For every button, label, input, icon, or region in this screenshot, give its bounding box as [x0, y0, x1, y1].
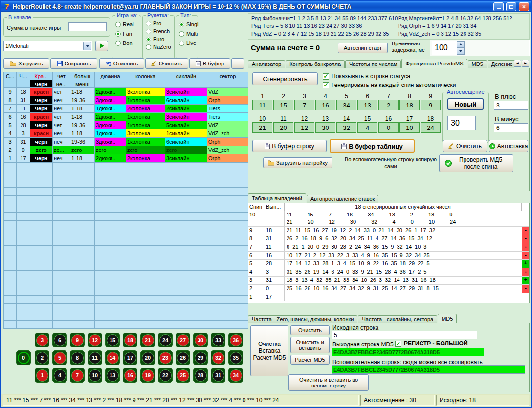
history-row[interactable]: 616краснчет1-182дюжи..1колонка3сиклайнTi… [4, 113, 248, 121]
clear-generated-button[interactable]: Очистить [443, 140, 487, 152]
board-cell-2[interactable]: 2 [35, 350, 49, 365]
board-cell-3[interactable]: 3 [35, 333, 49, 347]
load-settings-button[interactable]: Загрузить настройку [263, 157, 332, 168]
save-button[interactable]: Сохранить [50, 58, 97, 69]
board-cell-7[interactable]: 7 [70, 368, 85, 383]
board-cell-12[interactable]: 12 [88, 333, 102, 347]
game-radio-bon[interactable]: Bon [115, 40, 134, 46]
board-cell-34[interactable]: 34 [228, 368, 243, 383]
main-tab-3[interactable]: Функционал PsevdoMS [401, 59, 467, 68]
history-row[interactable]: 331черннеч19-363дюжи..1колонка6сиклайнOr… [4, 138, 248, 146]
board-cell-22[interactable]: 22 [158, 368, 173, 383]
board-cell-16[interactable]: 16 [123, 368, 137, 383]
board-cell-21[interactable]: 21 [140, 333, 155, 347]
md5-calc-button[interactable]: Расчет MD5 [290, 355, 330, 365]
buffer-row-button[interactable]: В буфер строку [252, 140, 327, 152]
type-radio-live[interactable]: Live [179, 40, 198, 46]
board-cell-32[interactable]: 32 [211, 350, 225, 365]
spins-row[interactable]: 91821 11 15 16 27 19 12 2 14 33 0 21 14 … [248, 227, 529, 235]
board-cell-17[interactable]: 17 [123, 350, 137, 365]
collapse-button[interactable]: — [231, 58, 244, 69]
board-cell-9[interactable]: 9 [70, 333, 85, 347]
combo-dropdown-button[interactable] [83, 42, 91, 50]
preset-combobox[interactable]: 1Melonati [3, 41, 92, 51]
main-tab-1[interactable]: Контроль банкролла [286, 60, 345, 68]
type-radio-multi[interactable]: Multi [179, 31, 198, 37]
board-cell-5[interactable]: 5 [52, 350, 67, 365]
main-tab-4[interactable]: MD5 [468, 60, 487, 68]
freq-tab-2[interactable]: MD5 [438, 314, 457, 323]
spins-table[interactable]: Спин Вып... 18 сгенерированных случайных… [248, 203, 530, 303]
history-row[interactable]: 528чернчет19-363дюжи..1колонка5сиклайнVd… [4, 121, 248, 129]
spins-row[interactable]: 33118 3 13 4 32 35 21 33 34 10 26 3 32 1… [248, 277, 529, 285]
board-cell-20[interactable]: 20 [140, 350, 155, 365]
md5-clear-paste-helper-button[interactable]: Очистить и вставить во вспом. строку [288, 374, 369, 391]
spins-row[interactable]: 7116 21 1 20 0 29 30 28 2 24 34 36 15 9 … [248, 243, 529, 252]
history-row[interactable]: 117черннеч1-182дюжи..2колонка3сиклайнOrp… [4, 154, 248, 163]
board-cell-35[interactable]: 35 [228, 350, 243, 365]
md5-output-field[interactable]: E4DA3B7FBBCE2345D7772B0674A318D5 [332, 348, 484, 356]
spins-row[interactable]: 83126 2 16 18 9 6 32 20 34 25 11 4 27 14… [248, 235, 529, 243]
spins-tab-0[interactable]: Таблица выпадений [248, 193, 306, 203]
spins-row[interactable]: 61610 17 21 2 12 33 22 3 33 4 9 16 35 15… [248, 252, 529, 260]
history-row[interactable]: 918краснчет1-182дюжи..3колонка3сиклайнVd… [4, 88, 248, 96]
tab-scroll-right-button[interactable]: ► [522, 60, 529, 67]
board-cell-4[interactable]: 4 [52, 368, 67, 383]
checkbox-auto-generate[interactable]: ✓ Генерировать на каждый спин автоматиче… [323, 82, 456, 88]
board-cell-11[interactable]: 11 [88, 350, 102, 365]
new-button[interactable]: Новый [447, 98, 484, 110]
board-cell-27[interactable]: 27 [176, 333, 190, 347]
board-cell-19[interactable]: 19 [140, 368, 155, 383]
md5-clear-paste-button[interactable]: Очистить и вставить [290, 337, 330, 353]
board-cell-28[interactable]: 28 [193, 368, 208, 383]
freq-tab-1[interactable]: Частота - сиклайны, сектора [358, 315, 437, 323]
md5-helper-field[interactable]: E4DA3B7FBBCE2345D7772B0674A318D5 [332, 365, 525, 374]
history-row[interactable]: 20zeroze...zerozerozerozeroVdZ_zch [4, 146, 248, 154]
buffer-table-button[interactable]: В буфер таблицу [330, 139, 415, 153]
history-row[interactable]: 711черннеч1-181дюжи..2колонка2сиклайнTie… [4, 105, 248, 113]
type-radio-singl[interactable]: Singl [179, 21, 198, 27]
close-button[interactable]: × [519, 2, 529, 11]
spins-row[interactable]: 4331 35 26 19 14 6 24 0 33 9 21 15 28 4 … [248, 268, 529, 277]
board-cell-30[interactable]: 30 [193, 333, 208, 347]
game-radio-real[interactable]: Real [115, 21, 134, 27]
spinner-up-button[interactable] [457, 41, 465, 48]
source-string-input[interactable]: 5 [332, 331, 477, 339]
spins-row[interactable]: 117 [248, 293, 529, 301]
board-cell-31[interactable]: 31 [211, 368, 225, 383]
autoshift-value[interactable]: 30 [447, 116, 476, 130]
main-tab-2[interactable]: Частоты по числам [345, 60, 401, 68]
board-cell-15[interactable]: 15 [105, 333, 120, 347]
minimize-button[interactable] [493, 2, 504, 11]
to-buffer-button[interactable]: В буфер [189, 58, 230, 69]
board-cell-10[interactable]: 10 [88, 368, 102, 383]
roulette-radio-french[interactable]: French [146, 28, 171, 34]
play-button[interactable] [95, 41, 108, 51]
history-row[interactable]: 43красннеч1-181дюжи..3колонка1сиклайнVdZ… [4, 129, 248, 138]
history-table[interactable]: С...Ч...Кра...четбольшдюжинаколонкасикла… [3, 72, 248, 329]
board-cell-25[interactable]: 25 [176, 368, 190, 383]
plus-value[interactable]: 3 [494, 101, 528, 110]
board-cell-zero[interactable]: 0 [16, 350, 31, 365]
spins-tab-1[interactable]: Автопроставление ставок [307, 195, 378, 203]
board-cell-24[interactable]: 24 [158, 333, 173, 347]
board-cell-6[interactable]: 6 [52, 333, 67, 347]
board-cell-36[interactable]: 36 [228, 333, 243, 347]
md5-clear-button[interactable]: Очистить [290, 325, 330, 335]
board-cell-29[interactable]: 29 [193, 350, 208, 365]
undo-button[interactable]: Отменить [99, 58, 144, 69]
autobet-button[interactable]: Автоставка [489, 140, 528, 152]
roulette-radio-nazero[interactable]: NaZero [146, 44, 171, 50]
board-cell-23[interactable]: 23 [158, 350, 173, 365]
checkbox-show-status[interactable]: ✓ Показывать в строке статуса [323, 73, 410, 80]
spins-row[interactable]: 2025 16 26 10 16 34 27 34 32 9 31 25 14 … [248, 285, 529, 293]
board-cell-33[interactable]: 33 [211, 333, 225, 347]
checkbox-uppercase[interactable]: ✓ РЕГИСТР - БОЛЬШОЙ [395, 340, 468, 347]
spinner-down-button[interactable] [457, 48, 465, 55]
history-row[interactable]: 831черннеч19-363дюжи..1колонка6сиклайнOr… [4, 96, 248, 105]
md5-master-button[interactable]: Очистка Вставка Расчет MD5 [250, 325, 288, 376]
main-tab-5[interactable]: Деление ко [488, 60, 514, 68]
board-cell-1[interactable]: 1 [35, 368, 49, 383]
main-tab-0[interactable]: Анализатор [248, 60, 285, 68]
freq-tab-0[interactable]: Частота - Zero, шансы, дюжины, колонки [248, 315, 357, 323]
